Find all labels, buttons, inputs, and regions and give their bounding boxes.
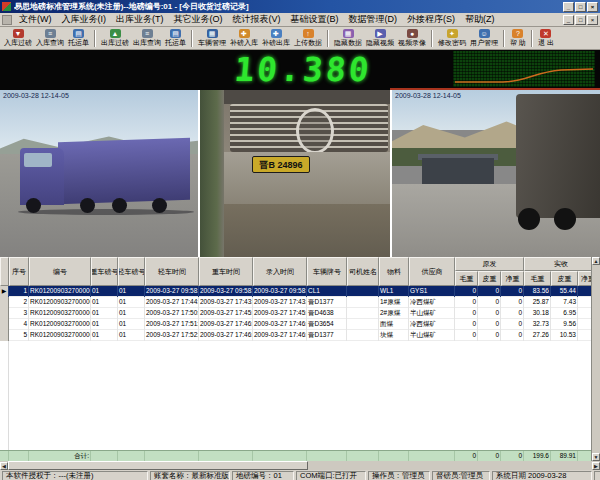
cell: 2 [9, 297, 29, 308]
cell [347, 319, 379, 330]
cell: 晋D1377 [307, 330, 347, 341]
minimize-button[interactable]: _ [563, 15, 574, 25]
makeup-outbound-button[interactable]: ✚补磅出库 [260, 28, 292, 49]
truck-logo [296, 108, 334, 154]
makeup-inbound-button[interactable]: ✚补磅入库 [228, 28, 260, 49]
menu-item[interactable]: 出库业务(T) [111, 13, 169, 26]
cell: 0 [455, 319, 478, 330]
menu-item[interactable]: 其它业务(O) [169, 13, 228, 26]
cell: 30.18 [524, 308, 551, 319]
status-segment: 账套名称：最新标准版 [150, 471, 230, 480]
weigh-in-button-label: 入库过磅 [4, 38, 32, 47]
scroll-right-icon[interactable]: ▶ [592, 462, 600, 470]
column-header: 重车磅号 [91, 257, 118, 286]
cell [347, 297, 379, 308]
cell: 2009-03-27 17:46:00 [253, 330, 307, 341]
minimize-button[interactable]: _ [563, 2, 574, 12]
column-header: 司机姓名 [347, 257, 379, 286]
toolbar: ▼入库过磅≡入库查询▤托运单▲出库过磅≡出库查询▤托运单▦车辆管理✚补磅入库✚补… [0, 27, 600, 50]
scroll-down-icon[interactable]: ▼ [592, 453, 600, 461]
table-row[interactable]: 2RK012009032700000201012009-03-27 17:44:… [0, 297, 600, 308]
total-cell: 89.91 [551, 451, 578, 461]
menu-item[interactable]: 外接程序(S) [402, 13, 460, 26]
status-segment: 系统日期 2009-03-28 [492, 471, 592, 480]
cell: 2009-03-27 17:46:00 [199, 330, 253, 341]
cell: 1#原煤 [379, 297, 409, 308]
cell: 01 [91, 319, 118, 330]
camera-timestamp: 2009-03-28 12-14-05 [3, 92, 69, 99]
weigh-records-table: 序号编号重车磅号轻车磅号轻车时间重车时间录入时间车辆牌号司机姓名物料供应商原发毛… [0, 257, 600, 461]
menu-item[interactable]: 数据管理(D) [344, 13, 403, 26]
user-manage-button[interactable]: ☺用户管理 [468, 28, 500, 49]
sub-column-header: 皮重 [551, 271, 578, 286]
weigh-out-button[interactable]: ▲出库过磅 [99, 28, 131, 49]
users-icon: ☺ [479, 29, 490, 38]
cell: 01 [91, 286, 118, 297]
cell: 01 [91, 330, 118, 341]
outbound-query-button[interactable]: ≡出库查询 [131, 28, 163, 49]
inbound-query-button-label: 入库查询 [36, 38, 64, 47]
cell: 25.87 [524, 297, 551, 308]
hide-data-button[interactable]: ▦隐藏数据 [332, 28, 364, 49]
total-cell: 合计: [29, 451, 91, 461]
table-row[interactable]: ▶1RK012009032700000101012009-03-27 09:58… [0, 286, 600, 297]
upload-data-button[interactable]: ↑上传数据 [292, 28, 324, 49]
hide-video-button[interactable]: ▶隐藏视频 [364, 28, 396, 49]
scroll-left-icon[interactable]: ◀ [0, 462, 8, 470]
column-header: 录入时间 [253, 257, 307, 286]
table-row[interactable]: 5RK012009032700000501012009-03-27 17:52:… [0, 330, 600, 341]
cell: 半山煤矿 [409, 308, 455, 319]
cell: 01 [118, 308, 145, 319]
exit-button[interactable]: ✕退 出 [536, 28, 556, 49]
menu-item[interactable]: 基础设置(B) [286, 13, 344, 26]
truck-wheel [554, 208, 576, 230]
truck-in-icon: ▼ [13, 29, 24, 38]
menu-item[interactable]: 帮助(Z) [460, 13, 500, 26]
status-segment: 督磅员:管理员 [432, 471, 490, 480]
inbound-waybill-button[interactable]: ▤托运单 [66, 28, 91, 49]
upload-data-button-label: 上传数据 [294, 38, 322, 47]
cell: 55.44 [551, 286, 578, 297]
maximize-button[interactable]: □ [575, 2, 586, 12]
outbound-waybill-button[interactable]: ▤托运单 [163, 28, 188, 49]
truck-lower-body [224, 204, 390, 257]
toolbar-separator [531, 30, 533, 47]
menu-item[interactable]: 统计报表(V) [228, 13, 286, 26]
help-button[interactable]: ?帮 助 [508, 28, 528, 49]
table-row[interactable]: 4RK012009032700000401012009-03-27 17:51:… [0, 319, 600, 330]
help-icon: ? [512, 29, 523, 38]
hide-data-button-label: 隐藏数据 [334, 38, 362, 47]
menu-item[interactable]: 入库业务(I) [57, 13, 112, 26]
video-icon: ▶ [375, 29, 386, 38]
inbound-query-button[interactable]: ≡入库查询 [34, 28, 66, 49]
video-record-button[interactable]: ●视频录像 [396, 28, 428, 49]
toolbar-separator [327, 30, 329, 47]
close-button[interactable]: × [587, 15, 598, 25]
maximize-button[interactable]: □ [575, 15, 586, 25]
cell: 0 [455, 297, 478, 308]
cell: 2009-03-27 17:45:00 [199, 308, 253, 319]
cell: 晋D4638 [307, 308, 347, 319]
cell: 半山煤矿 [409, 330, 455, 341]
table-row[interactable]: 3RK012009032700000301012009-03-27 17:50:… [0, 308, 600, 319]
outbound-query-button-label: 出库查询 [133, 38, 161, 47]
weight-curve [453, 51, 595, 87]
scroll-up-icon[interactable]: ▲ [592, 257, 600, 265]
cell: 01 [91, 308, 118, 319]
vehicle-manage-button[interactable]: ▦车辆管理 [196, 28, 228, 49]
cell: 0 [501, 319, 524, 330]
document-icon: ▤ [73, 29, 84, 38]
horizontal-scrollbar[interactable]: ◀ ▶ [0, 461, 600, 470]
app-icon [2, 2, 11, 11]
total-marker [0, 451, 9, 461]
vertical-scrollbar[interactable]: ▲ ▼ [591, 257, 600, 461]
change-password-button[interactable]: ✦修改密码 [436, 28, 468, 49]
search-icon: ≡ [45, 29, 56, 38]
weigh-in-button[interactable]: ▼入库过磅 [2, 28, 34, 49]
window-controls: _□× [563, 2, 598, 12]
menu-item[interactable]: 文件(W) [14, 13, 57, 26]
total-cell [347, 451, 379, 461]
scrollbar-thumb[interactable] [8, 461, 308, 470]
status-segment: 操作员：管理员 [368, 471, 430, 480]
close-button[interactable]: × [587, 2, 598, 12]
